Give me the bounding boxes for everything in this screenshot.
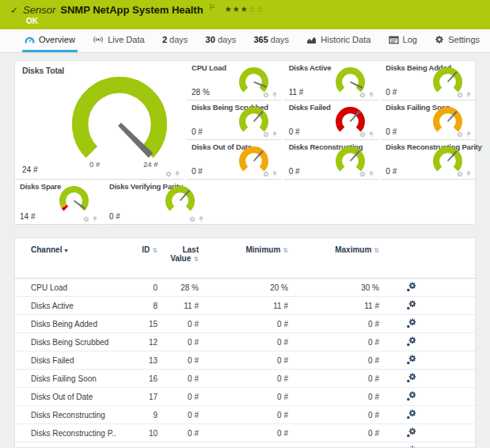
channel-settings-cell[interactable]: [379, 300, 443, 312]
gauge-tile-disks-active[interactable]: Disks Active11 #: [284, 61, 378, 101]
pin-icon[interactable]: [198, 216, 204, 222]
table-row-disks-being-scrubbed: Disks Being Scrubbed120 #0 #0 #: [15, 333, 475, 351]
gear-icon[interactable]: [189, 216, 196, 222]
pin-icon[interactable]: [465, 92, 472, 98]
gauge-tile-disks-failed[interactable]: Disks Failed0 #: [284, 101, 378, 140]
maximum-value: 0 #: [288, 411, 379, 420]
channel-settings-gear-icon[interactable]: [406, 282, 416, 292]
gear-icon[interactable]: [83, 216, 89, 222]
gauge-title: Disks Failed: [289, 103, 331, 112]
gauge-value: 0 #: [386, 88, 397, 97]
tab-2-days[interactable]: 2 days: [160, 29, 190, 52]
gear-icon[interactable]: [359, 171, 366, 177]
channel-settings-gear-icon[interactable]: [406, 427, 416, 438]
table-row-cpu-load: CPU Load028 %20 %30 %: [15, 279, 475, 297]
gear-icon[interactable]: [359, 92, 366, 98]
gauge-value: 0 #: [386, 127, 397, 136]
channel-settings-gear-icon[interactable]: [406, 336, 416, 347]
channel-settings-cell[interactable]: [379, 446, 443, 448]
star-filled-icon: ★: [233, 5, 241, 13]
tab-365-days[interactable]: 365 days: [251, 29, 291, 52]
table-row-disks-out-of-date: Disks Out of Date170 #0 #0 #: [15, 388, 475, 406]
sort-icon: ⇅: [374, 247, 379, 254]
tab-label: Historic Data: [321, 35, 370, 44]
tab-historic-data[interactable]: Historic Data: [304, 29, 373, 52]
gear-icon[interactable]: [263, 92, 269, 98]
channel-settings-gear-icon[interactable]: [406, 391, 416, 401]
tab-settings[interactable]: Settings: [432, 29, 482, 52]
sensor-header: ✓ Sensor SNMP NetApp System Health ⚐ ★★★…: [0, 0, 490, 29]
gear-icon[interactable]: [359, 131, 366, 138]
gauge-tile-disks-failing-soon[interactable]: Disks Failing Soon0 #: [381, 101, 475, 140]
gear-icon[interactable]: [457, 131, 463, 138]
channel-settings-gear-icon[interactable]: [406, 409, 416, 420]
gear-icon: [435, 35, 444, 44]
pin-icon[interactable]: [368, 171, 374, 177]
pin-icon[interactable]: [272, 92, 278, 98]
tab-live-data[interactable]: Live Data: [90, 29, 146, 52]
channel-settings-gear-icon[interactable]: [406, 318, 416, 328]
minimum-value: 0 #: [199, 338, 288, 347]
tab-label: Log: [403, 35, 417, 44]
channels-table-panel: Channel▾ID⇅LastValue⇅Minimum⇅Maximum⇅CPU…: [14, 237, 476, 448]
column-header-channel[interactable]: Channel▾: [31, 245, 134, 254]
channel-settings-cell[interactable]: [379, 336, 443, 348]
gauge-tile-disks-out-of-date[interactable]: Disks Out of Date0 #: [187, 140, 281, 180]
channel-settings-cell[interactable]: [379, 391, 443, 403]
gauge-tile-disks-being-added[interactable]: Disks Being Added0 #: [381, 61, 475, 101]
gear-icon[interactable]: [263, 171, 269, 177]
gauge-tile-disks-verifying-parity[interactable]: Disks Verifying Parity0 #: [104, 180, 207, 225]
channel-name: Disks Being Scrubbed: [31, 338, 134, 347]
gear-icon[interactable]: [457, 171, 463, 177]
flag-icon[interactable]: ⚐: [209, 3, 215, 11]
tab-log[interactable]: Log: [386, 29, 420, 52]
minimum-value: 0 #: [199, 374, 288, 383]
gauge-value: 0 #: [109, 212, 120, 221]
pin-icon[interactable]: [465, 131, 472, 138]
minimum-value: 0 #: [199, 356, 288, 365]
channel-name: Disks Reconstructing: [31, 411, 134, 420]
sort-icon: ⇅: [193, 256, 199, 263]
gauge-tile-disks-reconstructing[interactable]: Disks Reconstructing0 #: [284, 140, 378, 180]
column-header-id[interactable]: ID⇅: [134, 245, 158, 254]
gear-icon[interactable]: [263, 131, 269, 138]
maximum-value: 0 #: [288, 374, 379, 383]
pin-icon[interactable]: [272, 171, 278, 177]
gauge-tile-disks-total[interactable]: Disks Total0 #24 #24 #: [15, 61, 184, 180]
pin-icon[interactable]: [272, 131, 278, 138]
channel-settings-gear-icon[interactable]: [406, 373, 416, 383]
gear-icon[interactable]: [165, 171, 172, 177]
pin-icon[interactable]: [465, 171, 472, 177]
gauge-tile-cpu-load[interactable]: CPU Load28 %: [187, 61, 281, 101]
pin-icon[interactable]: [174, 171, 180, 177]
gauge-tile-disks-being-scrubbed[interactable]: Disks Being Scrubbed0 #: [187, 101, 281, 140]
column-header-last-value[interactable]: LastValue⇅: [158, 245, 199, 264]
priority-stars[interactable]: ★★★☆☆: [225, 5, 264, 13]
channel-settings-gear-icon[interactable]: [406, 446, 416, 448]
table-row-disks-being-added: Disks Being Added150 #0 #0 #: [15, 315, 475, 333]
channel-settings-cell[interactable]: [379, 373, 443, 385]
channel-settings-gear-icon[interactable]: [406, 300, 416, 310]
pin-icon[interactable]: [368, 92, 374, 98]
column-header-maximum[interactable]: Maximum⇅: [288, 245, 379, 254]
channel-settings-cell[interactable]: [379, 427, 443, 439]
pin-icon[interactable]: [92, 216, 98, 222]
channel-settings-cell[interactable]: [379, 409, 443, 421]
small-gauges-grid: CPU Load28 %Disks Active11 #Disks Being …: [187, 61, 475, 180]
channel-settings-cell[interactable]: [379, 318, 443, 330]
tab-30-days[interactable]: 30 days: [203, 29, 239, 52]
channel-id: 12: [134, 338, 158, 347]
channel-name: CPU Load: [31, 283, 134, 292]
tab-overview[interactable]: Overview: [22, 29, 78, 52]
live-data-icon: [93, 35, 104, 44]
column-header-minimum[interactable]: Minimum⇅: [199, 245, 288, 254]
pin-icon[interactable]: [368, 131, 374, 138]
channel-settings-cell[interactable]: [379, 282, 443, 294]
sensor-title-row: ✓ Sensor SNMP NetApp System Health ⚐ ★★★…: [0, 0, 490, 16]
channel-settings-cell[interactable]: [379, 355, 443, 366]
gauge-tile-disks-reconstructing-parity[interactable]: Disks Reconstructing Parity0 #: [381, 140, 475, 180]
channel-settings-gear-icon[interactable]: [406, 355, 416, 365]
maximum-value: 30 %: [288, 283, 379, 292]
gear-icon[interactable]: [457, 92, 463, 98]
gauge-tile-disks-spare[interactable]: Disks Spare14 #: [15, 180, 101, 225]
